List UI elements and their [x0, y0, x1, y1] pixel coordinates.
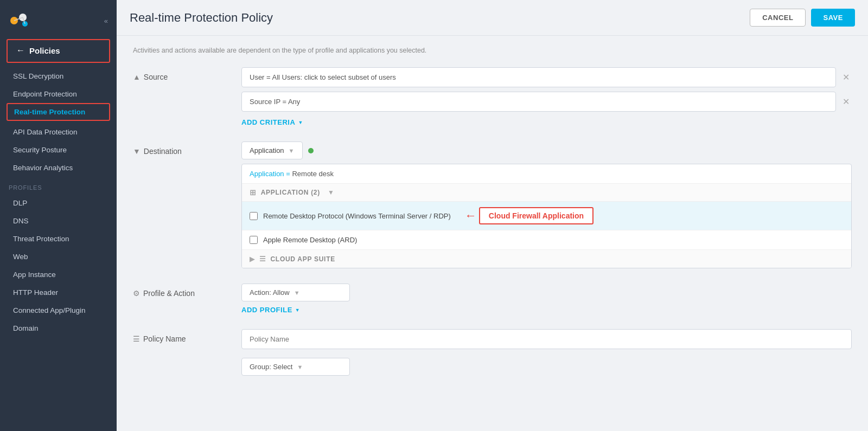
app-search-value: Remote desk — [292, 170, 334, 178]
cancel-button[interactable]: CANCEL — [750, 9, 806, 27]
sidebar-item-connected-app-plugin[interactable]: Connected App/Plugin — [0, 301, 117, 319]
source-label: ▲ Source — [133, 67, 231, 81]
source-ip-clear-button[interactable]: ✕ — [840, 94, 852, 109]
app-search-header[interactable]: Application = Remote desk — [242, 164, 851, 184]
app-item-rdp-label: Remote Desktop Protocol (Windows Termina… — [263, 212, 451, 220]
add-criteria-label: ADD CRITERIA — [241, 118, 295, 126]
group-select-value: Group: Select — [250, 363, 293, 371]
content-body: Activities and actions available are dep… — [117, 36, 868, 431]
source-ip-field[interactable]: Source IP = Any — [241, 92, 836, 112]
source-section: ▲ Source User = All Users: click to sele… — [133, 67, 852, 126]
cloud-app-suite-expand-icon: ▶ — [250, 255, 255, 263]
application-group-header: ⊞ APPLICATION (2) ▼ — [242, 184, 851, 202]
sidebar-item-threat-protection[interactable]: Threat Protection — [0, 230, 117, 248]
sidebar-logo-area: « — [0, 0, 117, 39]
add-profile-button[interactable]: ADD PROFILE ▼ — [241, 306, 350, 314]
source-icon: ▲ — [133, 73, 141, 81]
sidebar-item-dlp[interactable]: DLP — [0, 194, 117, 212]
subtitle-text: Activities and actions available are dep… — [133, 47, 852, 54]
policies-label: Policies — [29, 46, 60, 55]
sidebar-item-behavior-analytics[interactable]: Behavior Analytics — [0, 159, 117, 177]
policy-name-icon: ☰ — [133, 334, 140, 343]
app-item-ard-label: Apple Remote Desktop (ARD) — [263, 236, 357, 244]
back-arrow-icon: ← — [16, 46, 25, 55]
annotation-arrow-icon: ← — [465, 209, 477, 223]
cloud-app-suite-header[interactable]: ▶ ☰ CLOUD APP SUITE — [242, 250, 851, 268]
cloud-firewall-annotation: Cloud Firewall Application — [479, 207, 593, 224]
group-select-chevron-icon: ▼ — [297, 364, 303, 370]
source-user-row: User = All Users: click to select subset… — [241, 67, 852, 87]
action-chevron-icon: ▼ — [294, 290, 300, 296]
application-search-box: Application = Remote desk ⊞ APPLICATION … — [241, 164, 852, 268]
destination-section: ▼ Destination Application ▼ Application … — [133, 141, 852, 268]
sidebar-item-http-header[interactable]: HTTP Header — [0, 284, 117, 301]
source-user-clear-button[interactable]: ✕ — [840, 70, 852, 85]
netskope-logo — [9, 10, 30, 31]
policies-nav-item[interactable]: ← Policies — [7, 39, 110, 63]
policy-name-label: ☰ Policy Name — [133, 329, 231, 343]
app-item-ard-checkbox[interactable] — [250, 236, 258, 244]
source-ip-row: Source IP = Any ✕ — [241, 92, 852, 112]
destination-status-indicator — [308, 148, 314, 153]
rdp-annotation: ← Cloud Firewall Application — [461, 207, 593, 224]
profile-action-icon: ⚙ — [133, 289, 140, 298]
add-criteria-dropdown-icon: ▼ — [298, 120, 303, 125]
sidebar-item-endpoint-protection[interactable]: Endpoint Protection — [0, 85, 117, 103]
group-select-dropdown[interactable]: Group: Select ▼ — [241, 358, 350, 376]
main-content: Real-time Protection Policy CANCEL SAVE … — [117, 0, 868, 431]
app-item-rdp-checkbox[interactable] — [250, 212, 258, 220]
cloud-app-suite-list-icon: ☰ — [259, 255, 266, 263]
cloud-app-suite-label: CLOUD APP SUITE — [270, 255, 335, 263]
sidebar-item-api-data-protection[interactable]: API Data Protection — [0, 123, 117, 141]
destination-dropdown-row: Application ▼ — [241, 141, 852, 159]
policy-name-section: ☰ Policy Name Group: Select ▼ — [133, 329, 852, 376]
sidebar-item-dns[interactable]: DNS — [0, 212, 117, 230]
action-dropdown[interactable]: Action: Allow ▼ — [241, 284, 350, 301]
profile-action-section: ⚙ Profile & Action Action: Allow ▼ ADD P… — [133, 284, 852, 314]
profiles-section-label: PROFILES — [0, 177, 117, 194]
top-actions: CANCEL SAVE — [750, 9, 855, 27]
destination-type-dropdown[interactable]: Application ▼ — [241, 141, 303, 159]
app-group-label: APPLICATION (2) — [261, 189, 320, 196]
sidebar-item-domain[interactable]: Domain — [0, 319, 117, 337]
add-profile-label: ADD PROFILE — [241, 306, 292, 314]
source-user-field[interactable]: User = All Users: click to select subset… — [241, 67, 836, 87]
action-value: Action: Allow — [250, 288, 290, 297]
sidebar-item-real-time-protection[interactable]: Real-time Protection — [7, 103, 110, 121]
destination-type-value: Application — [250, 146, 284, 155]
group-expand-icon[interactable]: ▼ — [328, 189, 335, 196]
page-title: Real-time Protection Policy — [130, 11, 273, 25]
app-search-label: Application = — [250, 170, 290, 178]
collapse-sidebar-button[interactable]: « — [104, 17, 108, 25]
destination-icon: ▼ — [133, 147, 141, 156]
destination-dropdown-chevron: ▼ — [289, 147, 295, 154]
save-button[interactable]: SAVE — [811, 9, 855, 27]
profile-action-content: Action: Allow ▼ ADD PROFILE ▼ — [241, 284, 350, 314]
policy-name-content: Group: Select ▼ — [241, 329, 852, 376]
sidebar-item-app-instance[interactable]: App Instance — [0, 266, 117, 284]
destination-label: ▼ Destination — [133, 141, 231, 156]
sidebar-item-ssl-decryption[interactable]: SSL Decryption — [0, 67, 117, 85]
policy-name-input[interactable] — [241, 329, 852, 349]
sidebar-item-web[interactable]: Web — [0, 248, 117, 266]
destination-content: Application ▼ Application = Remote desk … — [241, 141, 852, 268]
app-item-rdp[interactable]: Remote Desktop Protocol (Windows Termina… — [242, 202, 851, 230]
source-content: User = All Users: click to select subset… — [241, 67, 852, 126]
grid-icon: ⊞ — [250, 188, 257, 197]
sidebar-item-security-posture[interactable]: Security Posture — [0, 141, 117, 159]
add-profile-dropdown-icon: ▼ — [295, 307, 300, 313]
sidebar: « ← Policies SSL Decryption Endpoint Pro… — [0, 0, 117, 431]
app-item-ard[interactable]: Apple Remote Desktop (ARD) — [242, 230, 851, 250]
add-criteria-button[interactable]: ADD CRITERIA ▼ — [241, 118, 852, 126]
top-bar: Real-time Protection Policy CANCEL SAVE — [117, 0, 868, 36]
profile-action-label: ⚙ Profile & Action — [133, 284, 231, 298]
